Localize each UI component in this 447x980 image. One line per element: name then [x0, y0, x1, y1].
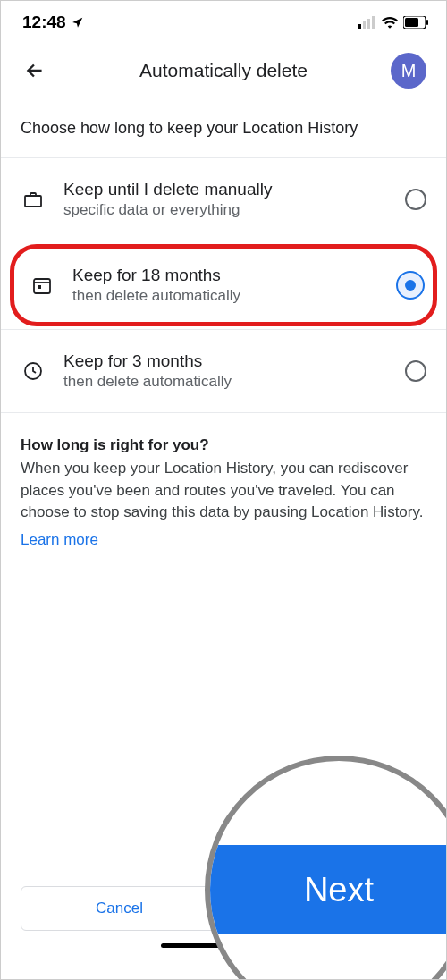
location-arrow-icon [72, 16, 84, 29]
status-time: 12:48 [22, 13, 84, 32]
svg-rect-8 [34, 279, 50, 293]
svg-rect-5 [405, 18, 418, 27]
svg-rect-2 [367, 19, 370, 29]
option-title: Keep for 18 months [72, 266, 378, 285]
option-subtitle: specific data or everything [63, 201, 387, 219]
page-subtitle: Choose how long to keep your Location Hi… [1, 106, 446, 157]
option-text: Keep for 3 months then delete automatica… [63, 351, 387, 391]
svg-rect-9 [38, 285, 41, 289]
radio-unselected[interactable] [405, 189, 426, 210]
page-title: Automatically delete [139, 60, 308, 81]
option-keep-manual[interactable]: Keep until I delete manually specific da… [1, 158, 446, 241]
clock-icon [21, 359, 46, 384]
option-subtitle: then delete automatically [63, 373, 387, 391]
svg-rect-0 [358, 24, 361, 29]
page-header: Automatically delete M [1, 40, 446, 106]
info-section: How long is right for you? When you keep… [1, 413, 446, 572]
option-title: Keep until I delete manually [63, 180, 387, 199]
zoom-annotation: Next [205, 756, 447, 980]
calendar-icon [30, 273, 55, 298]
options-list: Keep until I delete manually specific da… [1, 157, 446, 413]
option-text: Keep for 18 months then delete automatic… [72, 266, 378, 305]
back-button[interactable] [21, 56, 49, 85]
radio-selected[interactable] [396, 271, 425, 300]
wifi-icon [382, 16, 398, 29]
radio-unselected[interactable] [405, 360, 426, 382]
status-time-text: 12:48 [22, 13, 66, 32]
zoomed-next-button: Next [210, 845, 447, 934]
battery-icon [403, 16, 428, 29]
option-keep-3-months[interactable]: Keep for 3 months then delete automatica… [1, 329, 446, 413]
svg-rect-7 [25, 196, 41, 207]
info-title: How long is right for you? [21, 436, 426, 454]
option-subtitle: then delete automatically [72, 287, 378, 305]
svg-rect-6 [426, 20, 428, 25]
status-indicators [358, 16, 428, 29]
cellular-icon [358, 16, 376, 29]
option-text: Keep until I delete manually specific da… [63, 180, 387, 219]
svg-rect-1 [363, 21, 366, 29]
cancel-button[interactable]: Cancel [21, 886, 218, 931]
highlighted-option-wrapper: Keep for 18 months then delete automatic… [10, 244, 437, 326]
info-body: When you keep your Location History, you… [21, 458, 426, 524]
status-bar: 12:48 [1, 1, 446, 40]
briefcase-icon [21, 187, 46, 212]
avatar[interactable]: M [391, 53, 426, 89]
learn-more-link[interactable]: Learn more [21, 531, 98, 549]
back-arrow-icon [23, 59, 46, 82]
svg-rect-3 [372, 16, 375, 29]
option-title: Keep for 3 months [63, 351, 387, 371]
option-keep-18-months[interactable]: Keep for 18 months then delete automatic… [10, 244, 437, 326]
